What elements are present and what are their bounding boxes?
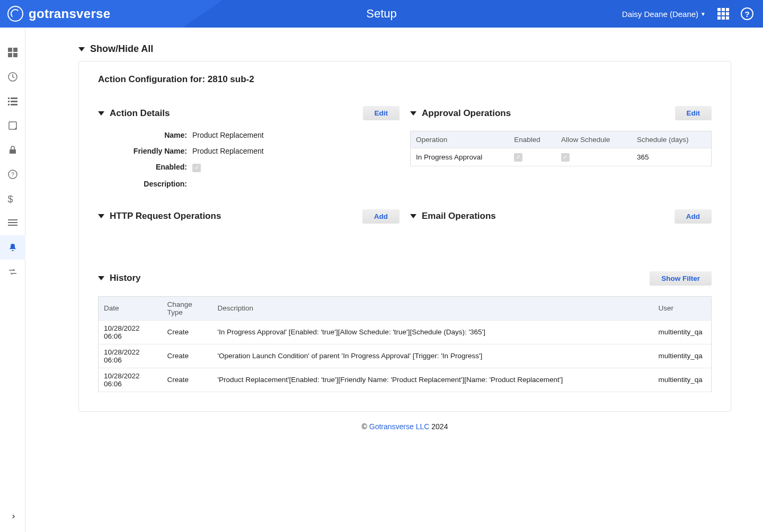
- caret-down-icon: [78, 47, 85, 51]
- sidebar-item-list[interactable]: [0, 89, 25, 113]
- col-change-type: Change Type: [162, 296, 212, 320]
- cell-type: Create: [162, 368, 212, 392]
- apps-icon[interactable]: [717, 8, 729, 20]
- col-allow: Allow Schedule: [556, 131, 632, 148]
- cell-date: 10/28/2022 06:06: [99, 320, 162, 344]
- label-name: Name:: [108, 131, 187, 139]
- email-toggle[interactable]: Email Operations: [410, 211, 496, 221]
- checkbox-checked-icon: [514, 153, 522, 162]
- table-row[interactable]: 10/28/2022 06:06 Create 'In Progress App…: [99, 320, 712, 344]
- cell-user: multientity_qa: [653, 368, 712, 392]
- caret-down-icon: [98, 276, 104, 280]
- sidebar-item-clock[interactable]: [0, 65, 25, 89]
- cell-type: Create: [162, 344, 212, 368]
- sidebar: ? $ ››: [0, 28, 25, 441]
- svg-rect-8: [11, 101, 17, 102]
- footer-copy: ©: [362, 422, 369, 431]
- grid-icon: [8, 48, 17, 57]
- history-section: History Show Filter Date Change Type Des…: [98, 271, 712, 392]
- user-menu[interactable]: Daisy Deane (Deane) ▼: [622, 10, 706, 19]
- action-details-section: Action Details Edit Name: Product Replac…: [98, 106, 400, 188]
- label-enabled: Enabled:: [108, 163, 187, 172]
- config-card: Action Configuration for: 2810 sub-2 Act…: [78, 61, 731, 412]
- svg-rect-9: [8, 104, 10, 105]
- caret-down-icon: [98, 111, 104, 116]
- clock-icon: [8, 72, 17, 82]
- brand[interactable]: gotransverse: [0, 6, 110, 22]
- cell-enabled: [509, 148, 556, 166]
- bell-icon: [8, 243, 17, 252]
- http-operations-section: HTTP Request Operations Add: [98, 209, 400, 234]
- approval-table: Operation Enabled Allow Schedule Schedul…: [410, 131, 712, 166]
- checkbox-checked-icon: [561, 153, 570, 162]
- transfer-icon: [8, 267, 17, 277]
- cell-type: Create: [162, 320, 212, 344]
- sidebar-item-money[interactable]: $: [0, 187, 25, 211]
- cell-user: multientity_qa: [653, 344, 712, 368]
- add-http-button[interactable]: Add: [362, 209, 400, 224]
- show-filter-button[interactable]: Show Filter: [650, 271, 712, 286]
- svg-rect-3: [13, 53, 17, 57]
- svg-rect-12: [10, 149, 16, 154]
- user-name: Daisy Deane (Deane): [622, 10, 698, 19]
- sidebar-item-menu[interactable]: [0, 211, 25, 235]
- sidebar-item-bell[interactable]: [0, 235, 25, 260]
- col-enabled: Enabled: [509, 131, 556, 148]
- add-email-button[interactable]: Add: [675, 209, 712, 224]
- col-operation: Operation: [411, 131, 509, 148]
- cell-date: 10/28/2022 06:06: [99, 344, 162, 368]
- cell-date: 10/28/2022 06:06: [99, 368, 162, 392]
- chevron-down-icon: ▼: [700, 11, 706, 17]
- sidebar-item-dashboard[interactable]: [0, 40, 25, 65]
- value-friendly: Product Replacement: [192, 147, 400, 155]
- table-row[interactable]: 10/28/2022 06:06 Create 'Operation Launc…: [99, 344, 712, 368]
- action-details-title: Action Details: [110, 108, 170, 119]
- sidebar-item-help[interactable]: ?: [0, 162, 25, 187]
- history-table: Date Change Type Description User 10/28/…: [98, 296, 712, 392]
- caret-down-icon: [410, 214, 416, 218]
- question-icon: ?: [8, 170, 17, 179]
- label-description: Description:: [108, 180, 187, 188]
- history-toggle[interactable]: History: [98, 273, 141, 283]
- http-toggle[interactable]: HTTP Request Operations: [98, 211, 221, 221]
- table-row[interactable]: 10/28/2022 06:06 Create 'Product Replace…: [99, 368, 712, 392]
- svg-rect-17: [8, 225, 17, 226]
- svg-rect-10: [11, 104, 17, 105]
- cell-description: 'In Progress Approval' [Enabled: 'true']…: [212, 320, 653, 344]
- svg-text:?: ?: [11, 171, 14, 178]
- brand-name: gotransverse: [29, 6, 110, 21]
- col-description: Description: [212, 296, 653, 320]
- approval-title: Approval Operations: [422, 108, 511, 119]
- table-row[interactable]: In Progress Approval 365: [411, 148, 712, 166]
- value-name: Product Replacement: [192, 131, 400, 139]
- approval-toggle[interactable]: Approval Operations: [410, 108, 511, 119]
- svg-rect-2: [8, 53, 12, 57]
- card-title: Action Configuration for: 2810 sub-2: [98, 74, 712, 85]
- dollar-icon: $: [8, 194, 17, 203]
- cell-operation: In Progress Approval: [411, 148, 509, 166]
- http-title: HTTP Request Operations: [110, 211, 221, 221]
- footer-year: 2024: [429, 422, 448, 431]
- svg-rect-5: [8, 97, 10, 99]
- svg-rect-15: [8, 219, 17, 220]
- label-friendly: Friendly Name:: [108, 147, 187, 155]
- footer-link[interactable]: Gotransverse LLC: [369, 422, 430, 431]
- value-description: [192, 180, 400, 188]
- list-icon: [8, 96, 17, 106]
- cell-description: 'Operation Launch Condition' of parent '…: [212, 344, 653, 368]
- sidebar-item-note[interactable]: [0, 113, 25, 138]
- action-details-toggle[interactable]: Action Details: [98, 108, 170, 119]
- col-user: User: [653, 296, 712, 320]
- help-icon[interactable]: ?: [741, 7, 753, 20]
- cell-user: multientity_qa: [653, 320, 712, 344]
- edit-approval-button[interactable]: Edit: [675, 106, 712, 120]
- email-operations-section: Email Operations Add: [410, 209, 712, 234]
- col-date: Date: [99, 296, 162, 320]
- show-hide-toggle[interactable]: Show/Hide All: [78, 43, 731, 55]
- sidebar-item-transfer[interactable]: [0, 260, 25, 284]
- svg-rect-16: [8, 222, 17, 223]
- svg-rect-11: [9, 122, 16, 129]
- sidebar-item-lock[interactable]: [0, 138, 25, 162]
- lock-icon: [8, 145, 17, 155]
- edit-action-details-button[interactable]: Edit: [363, 106, 400, 120]
